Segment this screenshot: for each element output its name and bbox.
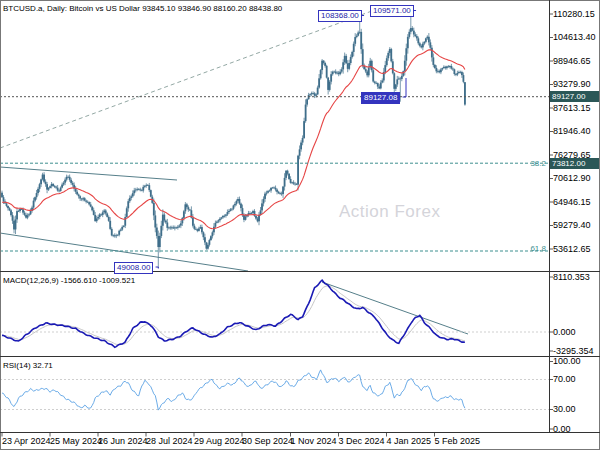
watermark: Action Forex bbox=[339, 206, 440, 217]
macd-axis-label: 8110.353 bbox=[553, 273, 590, 282]
price-axis-label: 59279.40 bbox=[553, 221, 591, 230]
rsi-axis-label: 0.00 bbox=[553, 425, 571, 434]
rsi-axis-label: 70.00 bbox=[553, 375, 576, 384]
price-axis-label: 98946.65 bbox=[553, 57, 591, 66]
price-axis-label: 76279.65 bbox=[553, 151, 591, 160]
macd-axis-label: 0.000 bbox=[553, 328, 576, 337]
date-axis-label: 26 Jun 2024 bbox=[98, 437, 148, 446]
fib-label-618: 61.8 bbox=[524, 244, 546, 253]
price-axis-label: 81946.40 bbox=[553, 127, 591, 136]
mt4-chart-window: BTCUSD.a, Daily: Bitcoin vs US Dollar 93… bbox=[0, 0, 600, 450]
date-axis-label: 3 Dec 2024 bbox=[339, 437, 385, 446]
date-axis-label: 1 Nov 2024 bbox=[291, 437, 337, 446]
date-axis-label: 5 Feb 2025 bbox=[435, 437, 481, 446]
price-callout-108368[interactable]: 108368.00 bbox=[318, 10, 362, 22]
date-axis-label: 29 Aug 2024 bbox=[194, 437, 245, 446]
date-axis-label: 30 Sep 2024 bbox=[242, 437, 293, 446]
price-axis-label: 53612.65 bbox=[553, 245, 591, 254]
date-axis-label: 28 Jul 2024 bbox=[146, 437, 193, 446]
price-callout-109571[interactable]: 109571.00 bbox=[370, 5, 414, 17]
macd-indicator-label: MACD(12,26,9) -1566.610 -1009.521 bbox=[3, 275, 135, 286]
price-axis-label: 110280.15 bbox=[553, 10, 595, 19]
date-axis-label: 23 Apr 2024 bbox=[2, 437, 51, 446]
price-axis-label: 104613.40 bbox=[553, 33, 596, 42]
chart-title: BTCUSD.a, Daily: Bitcoin vs US Dollar 93… bbox=[3, 3, 282, 14]
date-axis-label: 25 May 2024 bbox=[50, 437, 102, 446]
price-axis-label: 87613.15 bbox=[553, 104, 591, 113]
price-axis-label: 70612.90 bbox=[553, 174, 591, 183]
macd-axis-label: -3295.354 bbox=[553, 347, 594, 356]
fib-label-382: 38.2 bbox=[524, 159, 546, 168]
date-axis-label: 4 Jan 2025 bbox=[387, 437, 432, 446]
price-axis-label: 64946.15 bbox=[553, 198, 591, 207]
rsi-indicator-label: RSI(14) 32.71 bbox=[3, 360, 53, 371]
chart-canvas[interactable] bbox=[0, 0, 600, 450]
rsi-axis-label: 30.00 bbox=[553, 405, 576, 414]
rsi-axis-label: 100.00 bbox=[553, 357, 581, 366]
price-callout-89127[interactable]: 89127.08 bbox=[361, 92, 400, 104]
price-axis-label: 93279.90 bbox=[553, 80, 591, 89]
axis-badge-89127: 89127.00 bbox=[550, 91, 599, 102]
price-callout-49008[interactable]: 49008.00 bbox=[114, 262, 153, 274]
